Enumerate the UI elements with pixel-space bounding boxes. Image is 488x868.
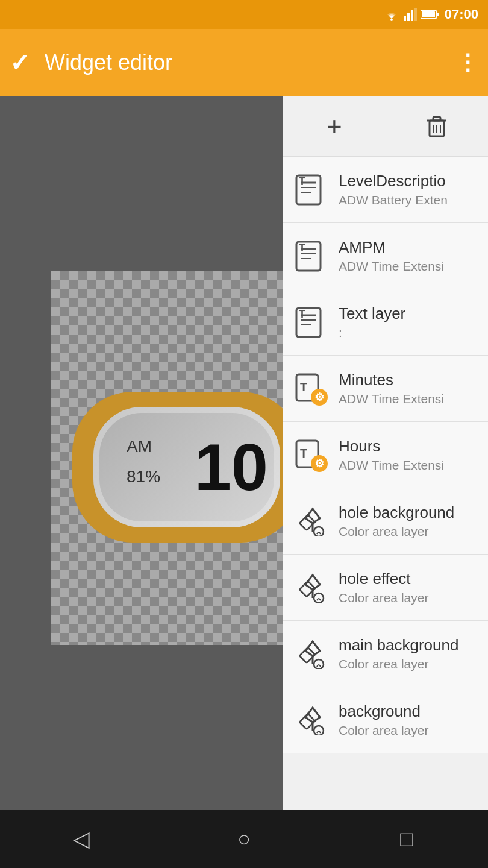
svg-text:T: T [299, 308, 305, 320]
svg-text:⚙: ⚙ [314, 458, 324, 470]
layer-item[interactable]: background Color area layer [283, 687, 488, 753]
layer-text-block: main background Color area layer [339, 636, 478, 671]
layer-subtitle: Color area layer [339, 524, 478, 539]
layer-name: main background [339, 636, 478, 655]
text-layer-icon: T [294, 239, 328, 273]
layer-text-block: hole effect Color area layer [339, 570, 478, 605]
paint-bucket-icon [296, 639, 326, 669]
svg-rect-4 [414, 8, 417, 21]
layer-subtitle: Color area layer [339, 591, 478, 605]
widget-preview: AM 81% 10 [0, 96, 283, 810]
layer-subtitle: ADW Time Extensi [339, 259, 478, 274]
layer-text-block: Minutes ADW Time Extensi [339, 371, 478, 406]
layer-type-icon: T [293, 172, 329, 208]
widget-shape: AM 81% 10 [72, 392, 283, 567]
layer-item[interactable]: T Text layer : [283, 289, 488, 356]
layer-text-block: AMPM ADW Time Extensi [339, 238, 478, 274]
layer-name: hole background [339, 503, 478, 522]
layer-item[interactable]: hole effect Color area layer [283, 555, 488, 621]
layer-list: T LevelDescriptio ADW Battery Exten T AM… [283, 157, 488, 810]
widget-ampm: AM [127, 437, 152, 456]
layer-name: AMPM [339, 238, 478, 257]
svg-rect-1 [404, 16, 406, 21]
layer-name: hole effect [339, 570, 478, 588]
status-bar: 07:00 [0, 0, 488, 29]
layer-subtitle: ADW Battery Exten [339, 193, 478, 207]
layer-name: LevelDescriptio [339, 172, 478, 190]
paint-bucket-icon [296, 705, 326, 735]
layer-text-block: LevelDescriptio ADW Battery Exten [339, 172, 478, 207]
layer-text-block: Hours ADW Time Extensi [339, 437, 478, 473]
wifi-icon [383, 8, 400, 21]
layer-item[interactable]: T LevelDescriptio ADW Battery Exten [283, 157, 488, 223]
page-title: Widget editor [45, 50, 457, 75]
svg-text:T: T [299, 242, 305, 254]
text-gear-icon: T ⚙ [294, 372, 328, 406]
svg-point-0 [390, 19, 393, 21]
layer-name: background [339, 702, 478, 721]
layer-item[interactable]: T ⚙ Minutes ADW Time Extensi [283, 356, 488, 422]
trash-icon [424, 113, 450, 140]
svg-rect-2 [407, 13, 410, 21]
layer-type-icon [293, 570, 329, 606]
svg-text:T: T [300, 380, 307, 394]
app-bar: ✓ Widget editor ⋮ [0, 29, 488, 96]
paint-bucket-icon [296, 506, 326, 536]
main-content: AM 81% 10 + [0, 96, 488, 810]
paint-bucket-icon [296, 573, 326, 603]
text-layer-icon: T [294, 173, 328, 207]
layer-type-icon [293, 636, 329, 672]
layer-type-icon [293, 503, 329, 539]
widget-percent: 81% [127, 467, 160, 486]
layer-type-icon [293, 702, 329, 738]
more-options-button[interactable]: ⋮ [457, 50, 478, 75]
layer-subtitle: ADW Time Extensi [339, 458, 478, 473]
bottom-nav: ◁ ○ □ [0, 810, 488, 868]
panel-toolbar: + [283, 96, 488, 157]
layer-type-icon: T ⚙ [293, 371, 329, 407]
layer-name: Hours [339, 437, 478, 456]
layer-name: Text layer [339, 304, 478, 323]
battery-icon [421, 9, 439, 20]
layer-subtitle: : [339, 326, 478, 340]
layer-text-block: hole background Color area layer [339, 503, 478, 539]
recents-button[interactable]: □ [389, 821, 425, 857]
svg-text:⚙: ⚙ [314, 391, 324, 403]
signal-icon [404, 8, 417, 21]
delete-layer-button[interactable] [386, 96, 489, 156]
layer-subtitle: ADW Time Extensi [339, 392, 478, 406]
layer-item[interactable]: T ⚙ Hours ADW Time Extensi [283, 422, 488, 488]
svg-text:T: T [300, 447, 307, 460]
svg-rect-7 [422, 11, 435, 17]
confirm-button[interactable]: ✓ [10, 49, 30, 77]
layer-item[interactable]: hole background Color area layer [283, 488, 488, 555]
layer-subtitle: Color area layer [339, 723, 478, 738]
time-display: 07:00 [445, 7, 478, 22]
widget-inner-shell: AM 81% 10 [93, 407, 280, 527]
layer-name: Minutes [339, 371, 478, 389]
svg-rect-6 [436, 13, 439, 16]
layer-type-icon: T ⚙ [293, 437, 329, 473]
text-layer-icon: T [294, 306, 328, 339]
svg-text:T: T [299, 175, 305, 187]
layer-type-icon: T [293, 238, 329, 274]
widget-time: 10 [195, 434, 268, 500]
add-layer-button[interactable]: + [283, 96, 386, 156]
layer-type-icon: T [293, 304, 329, 341]
layer-item[interactable]: T AMPM ADW Time Extensi [283, 223, 488, 289]
layer-text-block: Text layer : [339, 304, 478, 340]
layer-text-block: background Color area layer [339, 702, 478, 738]
svg-rect-10 [433, 117, 440, 121]
status-icons: 07:00 [383, 7, 478, 22]
layer-item[interactable]: main background Color area layer [283, 621, 488, 687]
right-panel: + T LevelDescript [283, 96, 488, 810]
back-button[interactable]: ◁ [63, 821, 99, 857]
layer-subtitle: Color area layer [339, 657, 478, 671]
home-button[interactable]: ○ [226, 821, 262, 857]
text-gear-icon: T ⚙ [294, 438, 328, 472]
svg-rect-3 [411, 10, 413, 21]
